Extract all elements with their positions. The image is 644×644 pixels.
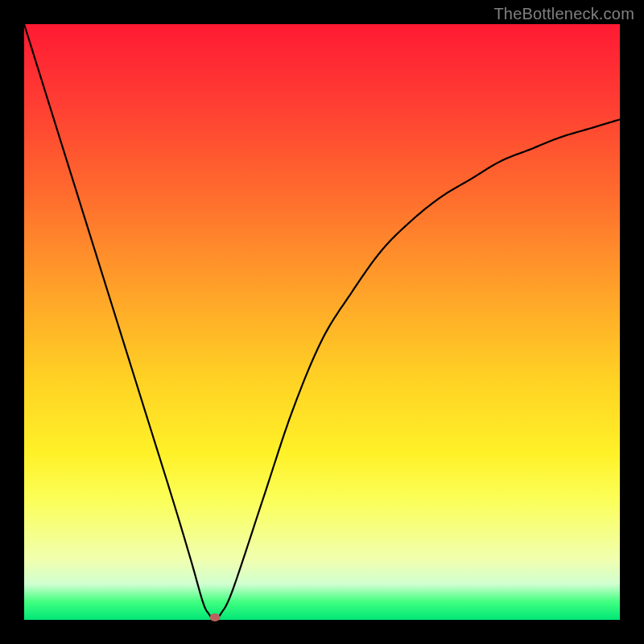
- optimum-marker: [209, 613, 220, 621]
- bottleneck-curve-line: [24, 24, 620, 620]
- curve-svg: [24, 24, 620, 620]
- chart-plot-area: [24, 24, 620, 620]
- watermark-text: TheBottleneck.com: [493, 5, 634, 23]
